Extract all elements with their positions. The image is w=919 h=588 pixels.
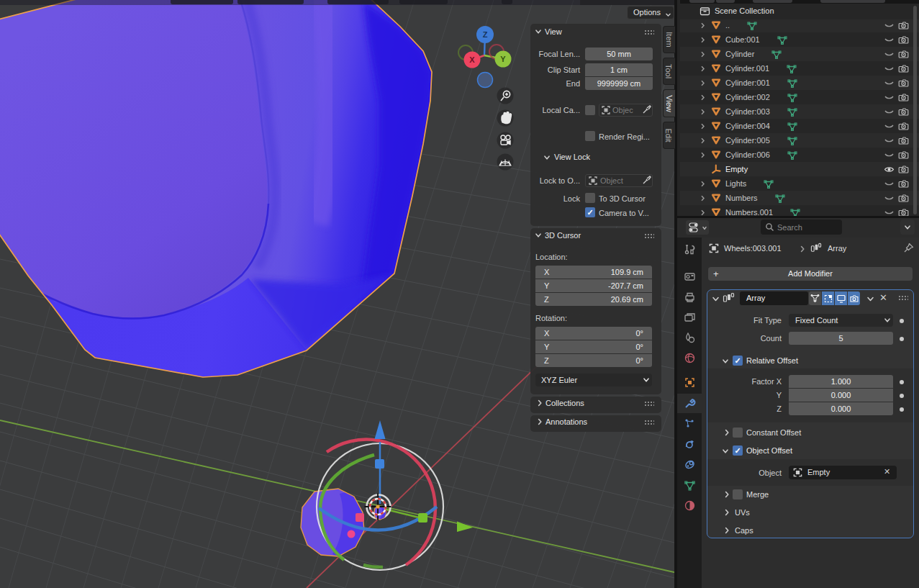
svg-text:Y: Y — [500, 55, 506, 63]
svg-text:Z: Z — [483, 30, 488, 39]
svg-text:X: X — [469, 55, 475, 64]
